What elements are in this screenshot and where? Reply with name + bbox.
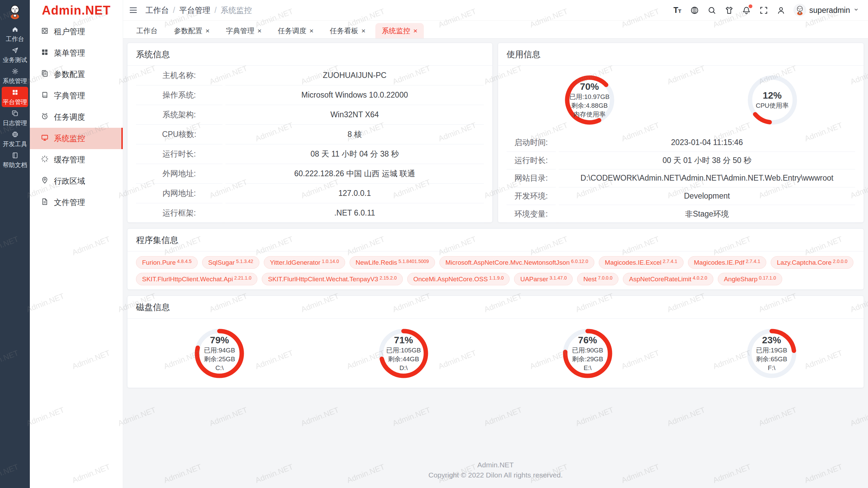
- disk-gauge-e-labels: 76%已用:90GB剩余:29GBE:\: [563, 329, 612, 378]
- sidebar-item-label: 参数配置: [54, 69, 85, 80]
- info-row-gap: [222, 144, 225, 164]
- assembly-version: 2.15.2.0: [379, 276, 397, 280]
- breadcrumb-item-工作台[interactable]: 工作台: [145, 5, 169, 16]
- info-row-label: 内网地址:: [136, 184, 222, 203]
- assembly-version: 4.8.4.5: [177, 259, 192, 264]
- assembly-name: AngleSharp: [724, 276, 757, 283]
- tab-close-icon[interactable]: ×: [205, 27, 210, 34]
- tab-参数配置[interactable]: 参数配置×: [167, 23, 216, 38]
- chevron-down-icon: [853, 6, 859, 14]
- info-row: 启动时间:2023-01-04 11:15:46: [507, 134, 855, 152]
- rail-item-label: 工作台: [6, 36, 24, 42]
- sidebar-item-行政区域[interactable]: 行政区域: [30, 170, 123, 192]
- memory-gauge-cell: 70%已用:10.97GB剩余:4.88GB内存使用率: [498, 75, 681, 125]
- tab-label: 任务看板: [330, 26, 358, 36]
- assembly-version: 2.7.4.1: [746, 259, 760, 264]
- sidebar-item-菜单管理[interactable]: 菜单管理: [30, 42, 123, 64]
- gauge-percent: 71%: [394, 334, 413, 346]
- usage-info-rows: 启动时间:2023-01-04 11:15:46运行时长:00 天 01 小时 …: [498, 134, 864, 223]
- disk-gauge-f-labels: 23%已用:19GB剩余:65GBF:\: [747, 329, 796, 378]
- copy-icon: [12, 110, 19, 118]
- disk-gauge-e: 76%已用:90GB剩余:29GBE:\: [563, 329, 612, 378]
- sidebar-item-label: 租户管理: [54, 26, 85, 37]
- gear-icon: [12, 68, 19, 76]
- fullscreen-icon[interactable]: [759, 5, 769, 15]
- info-row: 外网地址:60.222.128.26 中国 山西 运城 联通: [136, 164, 484, 184]
- sidebar-item-字典管理[interactable]: 字典管理: [30, 85, 123, 106]
- sidebar-item-任务调度[interactable]: 任务调度: [30, 106, 123, 128]
- footer: Admin.NET Copyright © 2022 Dilon All rig…: [127, 460, 864, 480]
- tab-工作台[interactable]: 工作台: [130, 23, 164, 38]
- assembly-name: Yitter.IdGenerator: [270, 259, 320, 266]
- assembly-version: 2.7.4.1: [663, 259, 677, 264]
- user-icon[interactable]: [776, 5, 786, 15]
- rail-item-开发工具[interactable]: 开发工具: [2, 129, 28, 149]
- rail-item-label: 日志管理: [3, 120, 27, 126]
- info-row-label: 主机名称:: [136, 66, 222, 85]
- assembly-tag: SKIT.FlurlHttpClient.Wechat.Api2.21.1.0: [136, 273, 257, 285]
- send-icon: [12, 47, 19, 55]
- gauge-line: 剩余:25GB: [204, 355, 235, 364]
- tab-close-icon[interactable]: ×: [310, 27, 314, 34]
- rail-item-系统管理[interactable]: 系统管理: [2, 66, 28, 86]
- rail-item-label: 开发工具: [3, 141, 27, 147]
- tab-任务看板[interactable]: 任务看板×: [323, 23, 372, 38]
- tab-close-icon[interactable]: ×: [257, 27, 261, 34]
- grid-icon: [12, 89, 19, 97]
- theme-icon[interactable]: [724, 5, 734, 15]
- notification-icon[interactable]: [742, 5, 752, 15]
- collapse-menu-icon[interactable]: [129, 5, 139, 15]
- tab-字典管理[interactable]: 字典管理×: [219, 23, 268, 38]
- sidebar-item-租户管理[interactable]: 租户管理: [30, 21, 123, 42]
- rail-item-label: 帮助文档: [3, 162, 27, 168]
- sidebar-item-参数配置[interactable]: 参数配置: [30, 64, 123, 85]
- tab-任务调度[interactable]: 任务调度×: [272, 23, 320, 38]
- search-icon[interactable]: [707, 5, 717, 15]
- gauge-line: 已用:19GB: [756, 346, 787, 355]
- tenant-icon: [41, 27, 49, 37]
- gauge-line: E:\: [584, 364, 591, 372]
- rail-item-日志管理[interactable]: 日志管理: [2, 108, 28, 128]
- breadcrumb-item-平台管理[interactable]: 平台管理: [179, 5, 210, 16]
- tab-close-icon[interactable]: ×: [413, 27, 417, 34]
- language-icon[interactable]: [690, 5, 700, 15]
- cpu-gauge-cell: 12%CPU使用率: [681, 75, 864, 125]
- card-title-usage: 使用信息: [498, 43, 864, 66]
- app-logo-avatar: [0, 0, 30, 23]
- rail-item-工作台[interactable]: 工作台: [2, 24, 28, 44]
- gauge-line: 已用:94GB: [204, 346, 235, 355]
- footer-copyright: Copyright © 2022 Dilon All rights reserv…: [127, 470, 864, 480]
- info-row-label: 运行时长:: [507, 152, 556, 170]
- breadcrumb: 工作台/平台管理/系统监控: [145, 5, 252, 16]
- info-row-gap: [556, 205, 559, 223]
- tab-系统监控[interactable]: 系统监控×: [375, 23, 424, 38]
- info-row-value: Development: [559, 187, 855, 205]
- assembly-name: UAParser: [520, 276, 548, 283]
- cpu-gauge: 12%CPU使用率: [748, 75, 797, 125]
- sidebar-item-label: 文件管理: [54, 197, 85, 208]
- gauge-line: 剩余:29GB: [572, 355, 603, 364]
- user-menu[interactable]: superadmin: [793, 4, 859, 17]
- sidebar-item-label: 行政区域: [54, 176, 85, 186]
- sidebar-item-缓存管理[interactable]: 缓存管理: [30, 149, 123, 170]
- assembly-version: 5.1.8401.5009: [398, 259, 429, 264]
- breadcrumb-separator: /: [214, 6, 216, 15]
- assembly-tag: AspNetCoreRateLimit4.0.2.0: [623, 273, 713, 285]
- assembly-tag: Microsoft.AspNetCore.Mvc.NewtonsoftJson6…: [439, 256, 594, 269]
- assembly-name: SKIT.FlurlHttpClient.Wechat.Api: [142, 276, 233, 283]
- rail-item-平台管理[interactable]: 平台管理: [2, 87, 28, 107]
- font-size-icon[interactable]: TT: [672, 5, 683, 15]
- info-row-value: 00 天 01 小时 38 分 50 秒: [559, 152, 855, 170]
- rail-item-业务测试[interactable]: 业务测试: [2, 45, 28, 65]
- info-row-value: 60.222.128.26 中国 山西 运城 联通: [225, 164, 484, 184]
- cache-icon: [41, 155, 49, 165]
- sidebar-item-系统监控[interactable]: 系统监控: [30, 128, 123, 149]
- info-row-gap: [222, 164, 225, 184]
- info-row: CPU核数:8 核: [136, 125, 484, 144]
- footer-title: Admin.NET: [127, 460, 864, 470]
- disk-gauge-f-cell: 23%已用:19GB剩余:65GBF:\: [679, 329, 864, 378]
- sidebar-item-文件管理[interactable]: 文件管理: [30, 192, 123, 213]
- notification-badge: [749, 4, 752, 8]
- rail-item-帮助文档[interactable]: 帮助文档: [2, 150, 28, 170]
- tab-close-icon[interactable]: ×: [361, 27, 366, 34]
